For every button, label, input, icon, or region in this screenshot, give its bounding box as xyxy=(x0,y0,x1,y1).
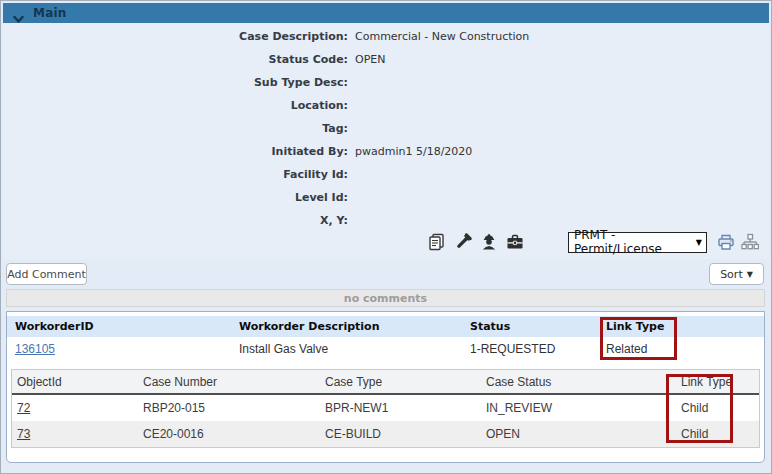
field-label: Initiated By: xyxy=(3,145,348,158)
case-type-cell: CE-BUILD xyxy=(325,427,486,441)
column-header-case-link-type: Link Type xyxy=(681,375,759,389)
form-row-facility-id: Facility Id: xyxy=(3,163,769,186)
sort-button[interactable]: Sort ▼ xyxy=(709,263,764,285)
copy-document-icon[interactable] xyxy=(428,233,446,251)
toolbar-right-icons xyxy=(717,233,765,251)
case-status-cell: OPEN xyxy=(486,427,681,441)
form-row-case-description: Case Description: Commercial - New Const… xyxy=(3,25,769,48)
field-label: Sub Type Desc: xyxy=(3,76,348,89)
field-label: Tag: xyxy=(3,122,348,135)
toolbox-icon[interactable] xyxy=(506,233,524,251)
pipe-wrench-icon[interactable] xyxy=(454,233,472,251)
field-label: X, Y: xyxy=(3,214,348,227)
form-row-sub-type-desc: Sub Type Desc: xyxy=(3,71,769,94)
workorders-table-header: WorkorderID Workorder Description Status… xyxy=(7,316,764,337)
workorder-link-type-cell: Related xyxy=(606,342,764,356)
case-table-row: 73 CE20-0016 CE-BUILD OPEN Child xyxy=(12,421,759,447)
case-link-type-cell: Child xyxy=(681,427,759,441)
field-value: OPEN xyxy=(355,53,385,66)
linked-records-panel: WorkorderID Workorder Description Status… xyxy=(6,311,765,463)
dropdown-arrow-icon: ▼ xyxy=(696,238,702,247)
construction-worker-icon[interactable] xyxy=(480,233,498,251)
field-value: pwadmin1 5/18/2020 xyxy=(355,145,472,158)
form-row-tag: Tag: xyxy=(3,117,769,140)
cases-table-header: ObjectId Case Number Case Type Case Stat… xyxy=(12,370,759,395)
sort-label: Sort xyxy=(720,268,743,281)
sort-arrow-icon: ▼ xyxy=(747,270,753,279)
case-type-cell: BPR-NEW1 xyxy=(325,401,486,415)
field-value: Commercial - New Construction xyxy=(355,30,529,43)
object-id-link[interactable]: 72 xyxy=(17,401,30,415)
workorder-description-cell: Install Gas Valve xyxy=(239,342,470,356)
permit-module-select[interactable]: PRMT - Permit/License ▼ xyxy=(568,232,707,253)
column-header-link-type: Link Type xyxy=(606,320,764,333)
column-header-case-number: Case Number xyxy=(143,375,325,389)
column-header-objectid: ObjectId xyxy=(17,375,143,389)
workorder-status-cell: 1-REQUESTED xyxy=(470,342,606,356)
field-label: Facility Id: xyxy=(3,168,348,181)
add-comment-label: Add Comment xyxy=(7,268,86,281)
field-label: Location: xyxy=(3,99,348,112)
form-row-level-id: Level Id: xyxy=(3,186,769,209)
workorder-table-row: 136105 Install Gas Valve 1-REQUESTED Rel… xyxy=(7,337,764,360)
column-header-case-type: Case Type xyxy=(325,375,486,389)
form-row-initiated-by: Initiated By: pwadmin1 5/18/2020 xyxy=(3,140,769,163)
add-comment-button[interactable]: Add Comment xyxy=(6,263,87,285)
comments-empty-bar: no comments xyxy=(6,289,765,307)
cases-table: ObjectId Case Number Case Type Case Stat… xyxy=(11,369,760,448)
case-status-cell: IN_REVIEW xyxy=(486,401,681,415)
case-number-cell: CE20-0016 xyxy=(143,427,325,441)
column-header-status: Status xyxy=(470,320,606,333)
form-row-status-code: Status Code: OPEN xyxy=(3,48,769,71)
form-row-location: Location: xyxy=(3,94,769,117)
column-header-workorderid: WorkorderID xyxy=(15,320,239,333)
comments-empty-text: no comments xyxy=(344,292,427,305)
sitemap-icon[interactable] xyxy=(741,233,759,251)
column-header-workorder-description: Workorder Description xyxy=(239,320,470,333)
main-window: Main Case Description: Commercial - New … xyxy=(0,0,772,474)
field-label: Level Id: xyxy=(3,191,348,204)
printer-icon[interactable] xyxy=(717,233,735,251)
case-table-row: 72 RBP20-015 BPR-NEW1 IN_REVIEW Child xyxy=(12,395,759,421)
object-id-link[interactable]: 73 xyxy=(17,427,30,441)
permit-module-select-value: PRMT - Permit/License xyxy=(574,228,692,256)
workorder-id-link[interactable]: 136105 xyxy=(15,342,55,356)
chevron-down-icon[interactable] xyxy=(13,9,24,18)
case-details-form: Case Description: Commercial - New Const… xyxy=(3,23,769,259)
case-number-cell: RBP20-015 xyxy=(143,401,325,415)
section-title: Main xyxy=(33,6,67,20)
case-link-type-cell: Child xyxy=(681,401,759,415)
toolbar: PRMT - Permit/License ▼ xyxy=(428,229,765,255)
field-label: Status Code: xyxy=(3,53,348,66)
main-section-header: Main xyxy=(3,3,769,23)
column-header-case-status: Case Status xyxy=(486,375,681,389)
field-label: Case Description: xyxy=(3,30,348,43)
